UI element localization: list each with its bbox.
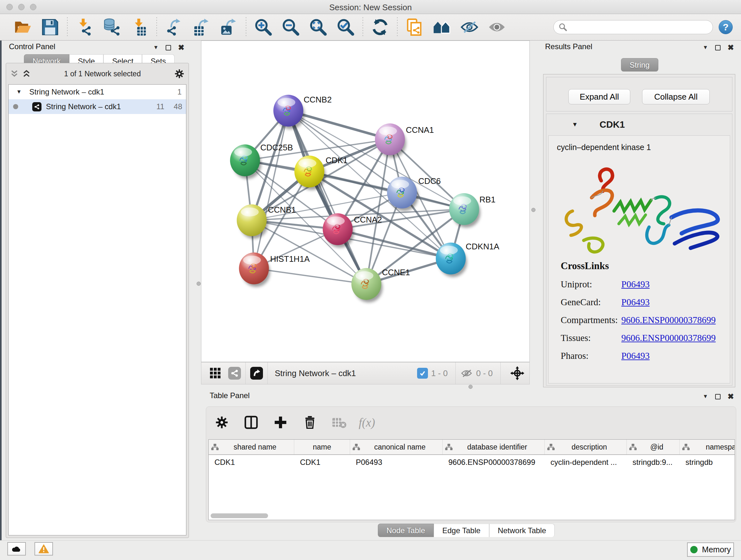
- section-expander-icon[interactable]: ▼: [572, 121, 578, 128]
- birdseye-view-icon[interactable]: [250, 367, 263, 380]
- tab-edge-table[interactable]: Edge Table: [434, 523, 489, 537]
- splitter-handle[interactable]: [531, 208, 536, 212]
- hide-selected-button[interactable]: [456, 17, 483, 37]
- network-list: ▼ String Network – cdk1 1 String Network…: [8, 84, 186, 536]
- network-node-CCNB2[interactable]: [273, 95, 305, 129]
- column-header-name[interactable]: name: [294, 440, 350, 454]
- warning-status-button[interactable]: [35, 542, 53, 556]
- separator: [267, 362, 268, 384]
- new-network-selection-button[interactable]: [401, 17, 428, 37]
- collapse-all-icon[interactable]: [10, 70, 18, 78]
- network-graph: CCNB2CCNA1CDC25BCDK1CDC6RB1CCNB1CCNA2CDK…: [201, 41, 529, 362]
- grid-view-icon[interactable]: [209, 367, 222, 380]
- results-panel-title: Results Panel: [545, 42, 592, 51]
- zoom-selected-button[interactable]: [332, 17, 359, 37]
- export-table-button[interactable]: [188, 17, 215, 37]
- panel-close-icon[interactable]: ✖: [728, 43, 734, 52]
- export-image-button[interactable]: [215, 17, 243, 37]
- table-row[interactable]: CDK1CDK1P064939606.ENSP00000378699cyclin…: [209, 455, 735, 470]
- tab-node-table[interactable]: Node Table: [378, 523, 434, 537]
- hidden-eye-icon[interactable]: [460, 369, 473, 378]
- network-view-toolbar: String Network – cdk1 1 - 0 0 - 0: [201, 362, 530, 384]
- network-node-CDKN1A[interactable]: [436, 243, 467, 277]
- crosslink-link[interactable]: P06493: [621, 279, 650, 290]
- network-collection-row[interactable]: ▼ String Network – cdk1 1: [9, 84, 186, 99]
- crosslink-link[interactable]: P06493: [621, 297, 650, 307]
- memory-button[interactable]: Memory: [687, 543, 734, 557]
- hidden-count: 0 - 0: [476, 368, 493, 378]
- collapse-all-button[interactable]: Collapse All: [642, 89, 710, 105]
- network-node-CDK1[interactable]: [294, 155, 326, 190]
- save-session-button[interactable]: [37, 17, 64, 37]
- network-node-CCNA2[interactable]: [323, 213, 354, 248]
- panel-float-icon[interactable]: [165, 45, 171, 51]
- gene-section-header[interactable]: ▼ CDK1: [546, 114, 732, 135]
- help-button[interactable]: ?: [719, 20, 733, 34]
- table-cell: cyclin-dependent ...: [545, 455, 627, 470]
- pan-crosshair-icon[interactable]: [510, 366, 524, 380]
- import-table-button[interactable]: [126, 17, 153, 37]
- crosslink-link[interactable]: 9606.ENSP00000378699: [621, 333, 716, 343]
- tab-string[interactable]: String: [621, 58, 658, 71]
- panel-float-icon[interactable]: [715, 394, 721, 399]
- column-header-canonical-name[interactable]: canonical name: [350, 440, 443, 454]
- string-network-icon[interactable]: [228, 367, 241, 380]
- panel-menu-icon[interactable]: ▼: [703, 44, 708, 51]
- open-session-button[interactable]: [9, 17, 37, 37]
- panel-menu-icon[interactable]: ▼: [153, 44, 158, 51]
- panel-close-icon[interactable]: ✖: [178, 43, 185, 52]
- column-header-@id[interactable]: @id: [627, 440, 680, 454]
- gear-icon[interactable]: [175, 69, 184, 78]
- function-builder-button[interactable]: f(x): [359, 416, 375, 429]
- import-network-database-button[interactable]: [98, 17, 126, 37]
- panel-menu-icon[interactable]: ▼: [703, 393, 708, 400]
- column-header-namespace[interactable]: namespace: [680, 440, 735, 454]
- column-header-database-identifier[interactable]: database identifier: [443, 440, 545, 454]
- network-node-CCNA1[interactable]: [375, 123, 406, 158]
- column-header-shared-name[interactable]: shared name: [209, 440, 294, 454]
- panel-float-icon[interactable]: [715, 45, 721, 51]
- delete-table-button[interactable]: [329, 413, 349, 432]
- export-network-button[interactable]: [160, 17, 188, 37]
- import-network-file-button[interactable]: [71, 17, 98, 37]
- node-label-CCNA2: CCNA2: [354, 215, 382, 224]
- tab-network-table[interactable]: Network Table: [489, 523, 555, 537]
- delete-column-button[interactable]: [300, 413, 320, 432]
- table-panel-window-icons: ▼ ✖: [703, 392, 734, 401]
- crosslink-row: Pharos:P06493: [561, 351, 720, 361]
- zoom-fit-button[interactable]: [305, 17, 332, 37]
- node-label-CCNB1: CCNB1: [268, 205, 296, 214]
- expand-all-button[interactable]: Expand All: [568, 89, 630, 105]
- show-all-button[interactable]: [483, 17, 511, 37]
- selected-checkbox-icon[interactable]: [417, 368, 428, 379]
- table-cell: 9606.ENSP00000378699: [443, 455, 545, 470]
- network-node-RB1[interactable]: [449, 193, 480, 228]
- network-node-CDC6[interactable]: [387, 177, 418, 211]
- zoom-out-button[interactable]: [277, 17, 305, 37]
- database-icon: [103, 18, 121, 36]
- horizontal-scrollbar-thumb[interactable]: [211, 513, 268, 518]
- column-header-description[interactable]: description: [545, 440, 627, 454]
- cloud-status-button[interactable]: [7, 542, 26, 556]
- network-node-HIST1H1A[interactable]: [239, 253, 270, 287]
- table-settings-button[interactable]: [212, 413, 232, 432]
- apply-layout-button[interactable]: [366, 17, 394, 37]
- show-columns-button[interactable]: [241, 413, 261, 432]
- table-toolbar-box: f(x) shared namenamecanonical namedataba…: [206, 407, 736, 522]
- expand-all-icon[interactable]: [23, 70, 30, 78]
- network-node-CCNE1[interactable]: [351, 268, 383, 303]
- network-row[interactable]: String Network – cdk1 11 48: [9, 99, 186, 114]
- crosslink-link[interactable]: 9606.ENSP00000378699: [621, 315, 716, 325]
- panel-close-icon[interactable]: ✖: [728, 392, 734, 401]
- toolbar-separator: [397, 17, 398, 37]
- network-node-CDC25B[interactable]: [230, 144, 261, 179]
- crosslink-link[interactable]: P06493: [621, 351, 650, 361]
- zoom-in-button[interactable]: [250, 17, 277, 37]
- tree-expander-icon[interactable]: ▼: [16, 89, 22, 95]
- collection-count: 1: [169, 87, 182, 97]
- first-neighbors-button[interactable]: [428, 17, 456, 37]
- splitter-handle[interactable]: [197, 282, 201, 286]
- add-column-button[interactable]: [271, 413, 290, 432]
- network-canvas[interactable]: CCNB2CCNA1CDC25BCDK1CDC6RB1CCNB1CCNA2CDK…: [201, 41, 530, 362]
- search-input[interactable]: [570, 23, 708, 32]
